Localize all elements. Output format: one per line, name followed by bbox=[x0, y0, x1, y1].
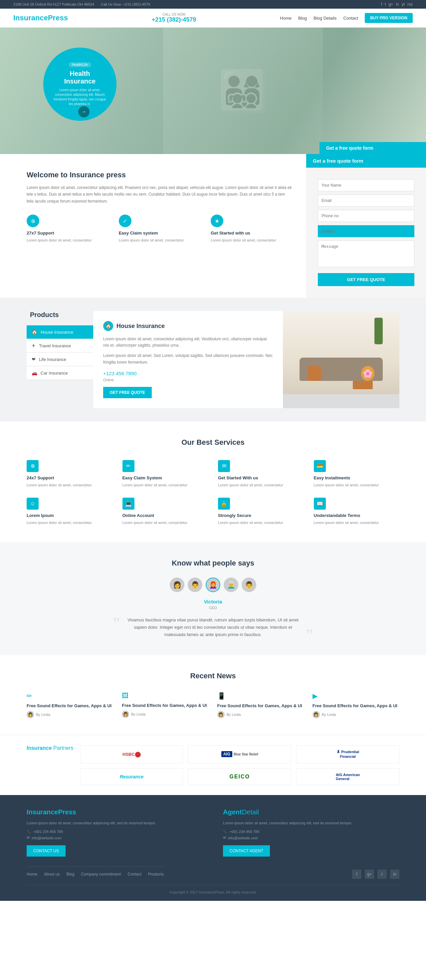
service-online-icon: 💻 bbox=[123, 498, 134, 510]
avatar-5[interactable]: 👨 bbox=[242, 578, 256, 592]
footer-email1: ✉ info@website.com bbox=[27, 836, 203, 840]
service-secure: 🔒 Strongly Secure Lorem ipsum dolor sit … bbox=[218, 498, 304, 526]
news-author-4: By Linda bbox=[322, 713, 336, 716]
news-icon-3: 📱 bbox=[217, 692, 304, 700]
product-life[interactable]: ❤ Life Insurance bbox=[27, 353, 93, 366]
footer-nav-home[interactable]: Home bbox=[27, 872, 37, 877]
footer-phone2: 📞 +001 234 456 789 bbox=[223, 829, 399, 834]
house-icon: 🏠 bbox=[32, 329, 37, 335]
product-quote-button[interactable]: GET FREE QUOTE bbox=[103, 387, 152, 398]
nav-home[interactable]: Home bbox=[280, 16, 292, 21]
testimonial-avatars: 👩 👨 👩‍🦰 👨‍🦳 👨 bbox=[27, 578, 399, 592]
top-bar-social[interactable]: f t g+ in yt rss bbox=[381, 2, 413, 6]
products-title: Products bbox=[27, 311, 93, 319]
service-terms-title: Understandable Terms bbox=[314, 513, 400, 518]
service-lorem-title: Lorem Ipsum bbox=[27, 513, 112, 518]
contact-us-button[interactable]: CONTACT US bbox=[27, 845, 65, 857]
footer-social-g[interactable]: g+ bbox=[365, 870, 374, 879]
avatar-4[interactable]: 👨‍🦳 bbox=[223, 578, 238, 592]
name-input[interactable] bbox=[318, 179, 414, 191]
subject-input[interactable] bbox=[318, 225, 414, 237]
plant bbox=[374, 318, 383, 344]
service-started: ✉ Get Started With us Lorem ipsum dolor … bbox=[218, 460, 304, 488]
call-label: Call Us Now: +215 (382)-4579 bbox=[101, 2, 150, 6]
contact-agent-button[interactable]: CONTACT AGENT bbox=[223, 845, 270, 857]
service-support-icon: ⊕ bbox=[27, 460, 38, 472]
email-icon: ✉ bbox=[27, 836, 30, 840]
social-f-icon[interactable]: f bbox=[381, 2, 382, 6]
footer-phone1: 📞 +001 234 456 789 bbox=[27, 829, 203, 834]
social-g-icon[interactable]: g+ bbox=[389, 2, 393, 6]
product-house[interactable]: 🏠 House Insurance bbox=[27, 325, 93, 339]
product-car-label: Car Insurance bbox=[41, 371, 68, 375]
footer-col1: InsurancePress Lorem ipsum dolor sit ame… bbox=[27, 808, 203, 857]
service-started-title: Get Started With us bbox=[218, 476, 304, 480]
hero-form-banner: Get a free quote form bbox=[319, 142, 426, 154]
service-lorem: ☺ Lorem Ipsum Lorem ipsum dolor sit amet… bbox=[27, 498, 112, 526]
footer-nav-products[interactable]: Products bbox=[148, 872, 164, 877]
hero-family-image: 👨‍👩‍👧‍👦 bbox=[163, 28, 323, 154]
product-travel[interactable]: ✈ Travel Insurance bbox=[27, 339, 93, 353]
get-quote-button[interactable]: GET FREE QUOTE bbox=[318, 273, 414, 286]
feature-started-desc: Lorem ipsum dolor sit amet, consectetur bbox=[211, 237, 293, 243]
family-icon: 👨‍👩‍👧‍👦 bbox=[218, 68, 268, 115]
product-car[interactable]: 🚗 Car Insurance bbox=[27, 366, 93, 380]
footer-nav-blog[interactable]: Blog bbox=[66, 872, 74, 877]
footer-logo2: AgentDetail bbox=[223, 808, 399, 816]
hero-arrow-button[interactable]: → bbox=[78, 106, 89, 118]
header-call: Call Us Now +215 (382)-4579 bbox=[152, 13, 196, 23]
feature-claim-title: Easy Claim system bbox=[119, 231, 201, 235]
top-bar: 2190 Unit 28 Oxford Rd #127 Politicals O… bbox=[0, 0, 426, 9]
service-claim: ✏ Easy Claim System Lorem ipsum dolor si… bbox=[123, 460, 208, 488]
social-t-icon[interactable]: t bbox=[385, 2, 386, 6]
news-item-1: ✏ Free Sound Effects for Games, Apps & U… bbox=[27, 692, 113, 718]
social-in-icon[interactable]: in bbox=[396, 2, 399, 6]
nav-blog-details[interactable]: Blog Details bbox=[314, 16, 337, 21]
address: 2190 Unit 28 Oxford Rd #127 Politicals O… bbox=[13, 2, 94, 6]
service-online-desc: Lorem ipsum dolor sit amet, consectetur bbox=[123, 520, 208, 526]
avatar-2[interactable]: 👨 bbox=[188, 578, 203, 592]
email-input[interactable] bbox=[318, 195, 414, 207]
hero-description: Lorem ipsum dolor sit amet, consectetur … bbox=[53, 88, 107, 107]
phone-input[interactable] bbox=[318, 210, 414, 222]
flower: 🌸 bbox=[361, 366, 374, 381]
feature-started-icon: ★ bbox=[211, 215, 223, 227]
message-input[interactable] bbox=[318, 240, 414, 267]
footer-social-f[interactable]: f bbox=[352, 870, 361, 879]
partners-label: Insurance Partners bbox=[27, 745, 73, 751]
footer-social-in[interactable]: in bbox=[390, 870, 399, 879]
hero-title: Health Insurance bbox=[53, 70, 107, 85]
product-travel-label: Travel Insurance bbox=[39, 343, 71, 348]
services-grid-row1: ⊕ 24x7 Support Lorem ipsum dolor sit ame… bbox=[27, 460, 399, 488]
footer-social-t[interactable]: t bbox=[377, 870, 387, 879]
footer-logo1: InsurancePress bbox=[27, 808, 203, 816]
footer-social: f g+ t in bbox=[352, 870, 399, 879]
buy-pro-button[interactable]: BUY PRO VERSION bbox=[365, 13, 413, 23]
feature-support-title: 27x7 Support bbox=[27, 231, 109, 235]
news-avatar-4: 👩 bbox=[313, 711, 320, 718]
avatar-3-active[interactable]: 👩‍🦰 bbox=[206, 578, 220, 592]
footer-nav-about[interactable]: About us bbox=[44, 872, 59, 877]
service-claim-title: Easy Claim System bbox=[123, 476, 208, 480]
news-author-1: By Linda bbox=[36, 713, 50, 716]
footer-nav-contact[interactable]: Contact bbox=[128, 872, 141, 877]
nav-blog[interactable]: Blog bbox=[298, 16, 307, 21]
footer-nav-commitment[interactable]: Company commitment bbox=[81, 872, 121, 877]
product-detail-icon: 🏠 bbox=[103, 321, 113, 331]
service-support-desc: Lorem ipsum dolor sit amet, consectetur bbox=[27, 482, 112, 488]
service-lorem-desc: Lorem ipsum dolor sit amet, consectetur bbox=[27, 520, 112, 526]
partner-aig: AIG Blue Star Relief bbox=[188, 745, 291, 764]
social-yt-icon[interactable]: yt bbox=[402, 2, 405, 6]
avatar-1[interactable]: 👩 bbox=[170, 578, 184, 592]
news-avatar-3: 👩 bbox=[217, 711, 225, 718]
testimonial-name: Victoria bbox=[27, 599, 399, 605]
social-rss-icon[interactable]: rss bbox=[407, 2, 413, 6]
services-grid-row2: ☺ Lorem Ipsum Lorem ipsum dolor sit amet… bbox=[27, 498, 399, 526]
news-title-1: Free Sound Effects for Games, Apps & UI bbox=[27, 703, 113, 708]
nav-contact[interactable]: Contact bbox=[343, 16, 358, 21]
top-bar-left: 2190 Unit 28 Oxford Rd #127 Politicals O… bbox=[13, 2, 150, 6]
product-phone: +123 456 7890 bbox=[103, 371, 273, 376]
hero-section: Health/Life Health Insurance Lorem ipsum… bbox=[0, 28, 426, 154]
testimonials-title: Know what people says bbox=[27, 559, 399, 568]
life-icon: ❤ bbox=[32, 356, 36, 362]
